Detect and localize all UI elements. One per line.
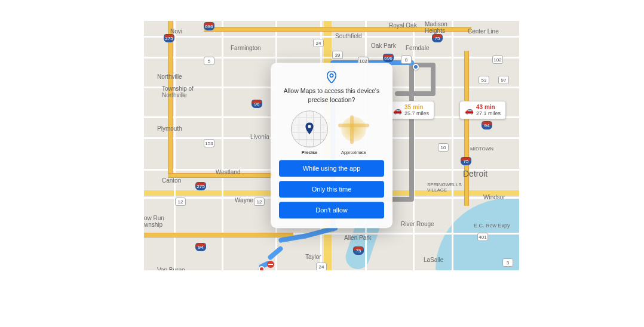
city-label: Westland	[216, 169, 241, 175]
shield-state: 53	[479, 76, 489, 84]
dont-allow-button[interactable]: Don't allow	[279, 202, 384, 219]
city-label: Northville	[157, 73, 182, 80]
route-time: 43 min	[476, 104, 495, 110]
while-using-app-button[interactable]: While using the app	[279, 161, 384, 177]
highway-275	[168, 21, 173, 176]
shield-interstate: 94	[482, 121, 492, 129]
city-label: Plymouth	[157, 125, 182, 132]
city-label: Detroit	[463, 169, 487, 178]
svg-point-1	[308, 125, 311, 128]
map-view[interactable]: 🚗 35 min 25.7 miles 🚗 43 min 27.1 miles …	[144, 21, 519, 270]
precise-label: Precise	[302, 150, 318, 156]
permission-prompt-text: Allow Maps to access this device's preci…	[279, 87, 384, 104]
city-label: E.C. Row Expy	[474, 223, 510, 229]
route-distance: 25.7 miles	[404, 110, 429, 116]
road	[144, 36, 519, 38]
route-alt	[409, 65, 414, 199]
shield-state: 10	[438, 143, 449, 152]
shield-interstate: 696	[383, 54, 394, 62]
shield-state: 97	[498, 76, 509, 84]
route-info-badge-1[interactable]: 🚗 35 min 25.7 miles	[388, 101, 434, 119]
city-label: Van Buren	[157, 267, 185, 270]
shield-state: 3	[502, 258, 513, 267]
shield-us: 12	[254, 198, 265, 206]
city-label: Canton	[162, 177, 181, 184]
option-precise[interactable]: Precise	[291, 111, 328, 156]
shield-interstate: 75	[432, 34, 443, 42]
route-info-badge-2[interactable]: 🚗 43 min 27.1 miles	[459, 101, 506, 119]
city-label: Madison Heights	[425, 21, 447, 34]
city-label: Allen Park	[344, 235, 372, 241]
precise-preview	[291, 111, 328, 148]
shield-interstate: 75	[461, 157, 471, 165]
city-label: Livonia	[250, 134, 269, 140]
shield-interstate: 75	[353, 246, 364, 255]
svg-point-0	[330, 74, 333, 77]
city-label: ow Run wnship	[144, 215, 164, 228]
city-label: Farmington	[231, 45, 261, 51]
location-permission-dialog: Allow Maps to access this device's preci…	[271, 63, 392, 228]
option-approximate[interactable]: Approximate	[335, 111, 372, 156]
shield-interstate: 94	[195, 243, 206, 251]
city-label: Center Line	[468, 28, 499, 35]
approximate-preview	[335, 111, 372, 148]
city-label: SPRINGWELLS VILLAGE	[427, 182, 462, 193]
no-entry-icon	[267, 261, 274, 268]
pin-icon	[304, 123, 315, 136]
route-time: 35 min	[404, 104, 424, 110]
highway-75	[464, 51, 469, 206]
route-alt	[431, 63, 436, 94]
shield-interstate: 96	[252, 100, 262, 108]
car-icon: 🚗	[393, 106, 402, 115]
city-label: Royal Oak	[389, 22, 417, 29]
shield-state: 5	[204, 57, 214, 65]
car-icon: 🚗	[465, 106, 474, 115]
shield-interstate: 696	[204, 22, 214, 30]
shield-state: 39	[332, 51, 343, 59]
city-label: Ferndale	[406, 45, 429, 51]
shield-us: 24	[313, 39, 324, 47]
shield-state: 102	[492, 55, 503, 64]
city-label: Township of Northville	[162, 85, 194, 98]
shield-us: 24	[316, 263, 327, 270]
dialog-buttons: While using the app Only this time Don't…	[279, 161, 384, 219]
route-distance: 27.1 miles	[476, 110, 501, 116]
city-label: Taylor	[305, 254, 321, 260]
accuracy-options: Precise Approximate	[279, 111, 384, 156]
highway-94	[144, 233, 293, 237]
city-label: Windsor	[483, 194, 505, 200]
city-label: Southfield	[335, 33, 361, 39]
route-alt	[395, 91, 436, 96]
shield-state: 153	[204, 139, 214, 147]
city-label: LaSalle	[424, 257, 443, 263]
city-label: Oak Park	[371, 42, 396, 49]
route-start-marker	[259, 266, 265, 270]
approximate-label: Approximate	[341, 150, 366, 156]
city-label: MIDTOWN	[470, 146, 493, 152]
shield-state: 401	[477, 233, 488, 241]
shield-interstate: 275	[164, 34, 174, 42]
only-this-time-button[interactable]: Only this time	[279, 181, 384, 198]
road	[452, 21, 453, 270]
shield-interstate: 275	[195, 182, 206, 190]
shield-state: 8	[401, 55, 412, 64]
location-pin-icon	[279, 71, 384, 83]
route-end-marker	[413, 64, 419, 70]
shield-us: 12	[175, 198, 186, 206]
road	[144, 57, 519, 58]
city-label: Wayne	[235, 197, 253, 203]
city-label: River Rouge	[401, 221, 434, 227]
